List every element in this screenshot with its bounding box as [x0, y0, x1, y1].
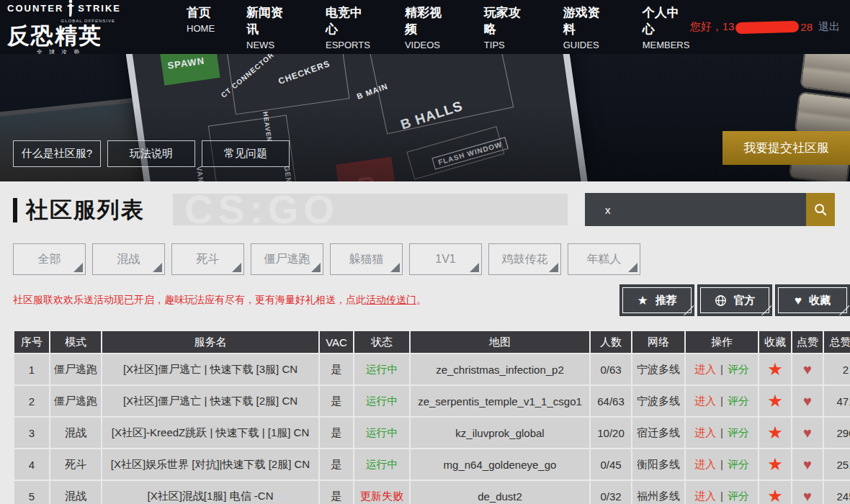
map-b-label: B [356, 170, 379, 181]
rate-server-link[interactable]: 评分 [728, 395, 749, 407]
action-button-label: 推荐 [656, 294, 677, 307]
mode-filter-tab[interactable]: 全部 [13, 243, 86, 275]
list-action-button[interactable]: ★ ♥ 官方 [697, 284, 772, 316]
server-row: 2 僵尸逃跑 [X社区]僵尸逃亡 | 快速下载 [2服] CN 是 运行中 ze… [14, 386, 850, 416]
hero-info-button[interactable]: 常见问题 [202, 140, 290, 167]
mode-filter-tab[interactable]: 鸡鼓传花 [488, 243, 561, 275]
list-action-button[interactable]: ★ ♥ 收藏 [775, 284, 850, 316]
nav-item-label-zh: 精彩视频 [405, 4, 452, 37]
favorite-star-icon[interactable]: ★ [767, 486, 783, 504]
enter-server-link[interactable]: 进入 [694, 426, 716, 438]
nav-menu-item[interactable]: 游戏资料 GUIDES [563, 4, 611, 50]
cell-total-likes: 471 [824, 386, 850, 416]
like-heart-icon[interactable]: ♥ [803, 361, 812, 377]
cell-total-likes: 290 [824, 418, 850, 448]
like-heart-icon[interactable]: ♥ [803, 488, 812, 504]
mode-filter-tab[interactable]: 混战 [92, 243, 165, 275]
server-row: 1 僵尸逃跑 [X社区]僵尸逃亡 | 快速下载 [3服] CN 是 运行中 ze… [14, 354, 850, 384]
favorite-star-icon[interactable]: ★ [767, 359, 783, 379]
operation-separator: | [720, 426, 723, 438]
nav-menu-item[interactable]: 精彩视频 VIDEOS [405, 4, 452, 50]
list-action-buttons: ★ ♥ 推荐 ★ ♥ 官方 ★ [619, 284, 850, 316]
cell-status: 更新失败 [354, 481, 409, 504]
nav-menu-item[interactable]: 玩家攻略 TIPS [484, 4, 532, 50]
cell-like: ♥ [792, 449, 823, 480]
enter-server-link[interactable]: 进入 [694, 458, 716, 470]
mode-filter-tab[interactable]: 死斗 [171, 243, 244, 275]
like-heart-icon[interactable]: ♥ [803, 456, 812, 472]
cell-players: 0/45 [591, 449, 631, 480]
table-header-cell: 服务名 [102, 331, 318, 353]
cell-vac: 是 [320, 386, 353, 416]
list-action-button[interactable]: ★ ♥ 推荐 [619, 284, 694, 316]
nav-menu-item[interactable]: 电竞中心 ESPORTS [326, 4, 373, 50]
cell-server-name: [X社区]娱乐世界 [对抗]|快速下载 [2服] CN [102, 449, 318, 480]
user-greeting: 您好，13 28 [690, 20, 813, 34]
nav-item-label-zh: 游戏资料 [563, 4, 611, 37]
server-row: 3 混战 [X社区]-KreedZ跳跃 | 快速下载 | [1服] CN 是 运… [14, 418, 850, 448]
logout-link[interactable]: 退出 [818, 20, 840, 34]
rate-server-link[interactable]: 评分 [728, 363, 749, 375]
nav-menu-item[interactable]: 新闻资讯 NEWS [246, 4, 294, 50]
mode-filter-tab[interactable]: 僵尸逃跑 [251, 243, 323, 275]
cell-like: ♥ [792, 418, 823, 448]
submit-community-server-button[interactable]: 我要提交社区服 [722, 131, 850, 165]
table-header-cell: 点赞 [792, 331, 823, 353]
cell-server-name: [X社区]僵尸逃亡 | 快速下载 [3服] CN [102, 354, 318, 384]
mode-filter-tab[interactable]: 1V1 [409, 243, 482, 275]
table-header-row: 序号模式服务名VAC状态地图人数网络操作收藏点赞总赞数 [14, 331, 850, 353]
cell-status: 运行中 [354, 386, 409, 416]
cell-network: 宿迁多线 [632, 418, 684, 448]
cell-map: mg_n64_goldeneye_go [411, 449, 589, 480]
enter-server-link[interactable]: 进入 [694, 363, 716, 375]
enter-server-link[interactable]: 进入 [694, 490, 716, 502]
nav-menu-item[interactable]: 首页 HOME [187, 4, 215, 50]
greeting-prefix: 您好，13 [690, 20, 735, 34]
rate-server-link[interactable]: 评分 [728, 490, 749, 502]
hero-banner: B SPAWN CT CONNECTOR CHECKERS B MAIN B H… [0, 54, 850, 181]
cell-status: 运行中 [354, 418, 409, 448]
enter-server-link[interactable]: 进入 [694, 395, 716, 407]
like-heart-icon[interactable]: ♥ [803, 393, 812, 409]
table-header-cell: 操作 [686, 331, 758, 353]
nav-item-label-en: GUIDES [563, 40, 611, 50]
cs-logo[interactable]: COUNTER STRIKE GLOBAL OFFENSIVE 反恐精英 全球攻… [7, 0, 166, 55]
cell-favorite: ★ [759, 386, 791, 416]
logo-subtitle-en: GLOBAL OFFENSIVE [7, 19, 115, 23]
hero-info-button[interactable]: 玩法说明 [107, 140, 195, 167]
nav-item-label-zh: 玩家攻略 [484, 4, 532, 37]
server-list-section: CS:GO 社区服列表 全部 混战 死斗 僵尸逃跑 躲猫猫 1V1 鸡鼓传花 年… [0, 181, 850, 504]
cell-map: de_dust2 [411, 481, 589, 504]
mode-filter-tab[interactable]: 年糕人 [568, 243, 640, 275]
globe-icon [715, 294, 727, 307]
event-portal-link[interactable]: 活动传送门 [366, 294, 416, 305]
soldier-icon [66, 0, 75, 18]
rate-server-link[interactable]: 评分 [728, 458, 749, 470]
search-input[interactable] [585, 193, 806, 226]
favorite-star-icon[interactable]: ★ [767, 454, 783, 474]
rate-server-link[interactable]: 评分 [728, 426, 749, 438]
like-heart-icon[interactable]: ♥ [803, 425, 812, 441]
cell-index: 4 [14, 449, 49, 480]
cell-operations: 进入|评分 [686, 386, 758, 416]
cell-vac: 是 [320, 418, 353, 448]
action-button-label: 收藏 [809, 294, 831, 307]
hero-info-button[interactable]: 什么是社区服? [13, 140, 101, 167]
page-title: 社区服列表 [13, 195, 145, 225]
server-row: 4 死斗 [X社区]娱乐世界 [对抗]|快速下载 [2服] CN 是 运行中 m… [14, 449, 850, 480]
cell-total-likes: 245 [824, 481, 850, 504]
search-icon [813, 202, 828, 217]
nav-menu-item[interactable]: 个人中心 MEMBERS [643, 4, 690, 50]
search-button[interactable] [806, 193, 835, 226]
table-header-cell: 收藏 [759, 331, 791, 353]
nav-item-label-en: ESPORTS [326, 40, 373, 50]
cell-operations: 进入|评分 [686, 418, 758, 448]
greeting-suffix: 28 [800, 21, 813, 33]
favorite-star-icon[interactable]: ★ [767, 391, 783, 410]
favorite-star-icon[interactable]: ★ [767, 423, 783, 442]
title-accent-bar [13, 198, 17, 222]
map-label-van: VAN [195, 166, 205, 181]
table-header-cell: 总赞数 [824, 331, 850, 353]
cell-network: 宁波多线 [632, 386, 684, 416]
mode-filter-tab[interactable]: 躲猫猫 [330, 243, 403, 275]
